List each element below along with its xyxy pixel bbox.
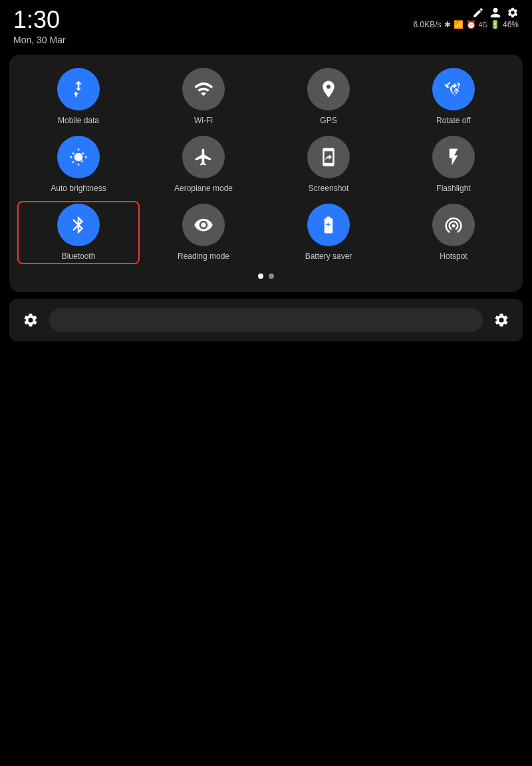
wifi-icon [194,79,213,99]
rotate-off-label: Rotate off [436,116,471,125]
network-speed: 6.0KB/s [414,20,442,29]
mobile-data-icon [68,79,88,99]
flashlight-icon-circle [432,136,475,178]
qs-item-hotspot[interactable]: Hotspot [392,201,515,264]
rotate-off-icon-circle [432,68,475,110]
reading-mode-icon-circle [182,204,225,246]
gps-icon [319,79,338,99]
status-bar: 1:30 Mon, 30 Mar 6.0KB/s ✱ 📶 ⏰ 4G 🔋 46% [0,0,532,49]
wifi-icon-circle [182,68,225,110]
dot-2 [269,274,274,279]
screenshot-icon-circle [307,136,350,178]
aeroplane-mode-icon-circle [182,136,225,178]
hotspot-icon [444,215,464,235]
qs-item-wifi[interactable]: Wi-Fi [142,65,265,128]
qs-item-reading-mode[interactable]: Reading mode [142,201,265,264]
signal-icon: 📶 [454,20,464,29]
status-date: Mon, 30 Mar [13,35,66,45]
bluetooth-icon [68,215,88,235]
gps-icon-circle [307,68,350,110]
qs-item-rotate-off[interactable]: Rotate off [392,65,515,128]
alarm-icon: ⏰ [466,20,476,29]
reading-mode-label: Reading mode [178,252,229,261]
gps-label: GPS [320,116,336,125]
battery-saver-icon [319,215,338,235]
qs-item-bluetooth[interactable]: Bluetooth [17,201,140,264]
qs-item-auto-brightness[interactable]: Auto brightness [17,133,140,196]
bluetooth-icon-circle [57,204,100,246]
flashlight-icon [444,147,464,167]
status-right: 6.0KB/s ✱ 📶 ⏰ 4G 🔋 46% [414,7,519,29]
edit-icon [472,7,484,19]
qs-item-mobile-data[interactable]: Mobile data [17,65,140,128]
qs-item-battery-saver[interactable]: Battery saver [267,201,390,264]
battery-saver-label: Battery saver [305,252,352,261]
bt-icon: ✱ [444,20,451,29]
qs-item-aeroplane-mode[interactable]: Aeroplane mode [142,133,265,196]
settings-icon-left[interactable] [23,312,39,328]
brightness-slider[interactable] [49,308,483,332]
mobile-data-icon-circle [57,68,100,110]
reading-mode-icon [194,215,213,235]
status-time: 1:30 [13,7,66,33]
rotate-off-icon [444,79,464,99]
bluetooth-label: Bluetooth [62,252,96,261]
mobile-data-label: Mobile data [58,116,99,125]
aeroplane-mode-label: Aeroplane mode [174,184,233,193]
battery-icon: 🔋 [490,20,500,29]
screenshot-label: Screenshot [309,184,349,193]
status-info: 6.0KB/s ✱ 📶 ⏰ 4G 🔋 46% [414,20,519,29]
quick-settings-panel: Mobile data Wi-Fi GPS [9,55,523,292]
settings-icon-right[interactable] [493,312,509,328]
auto-brightness-label: Auto brightness [51,184,106,193]
qs-item-gps[interactable]: GPS [267,65,390,128]
hotspot-icon-circle [432,204,475,246]
hotspot-label: Hotspot [440,252,467,261]
battery-saver-icon-circle [307,204,350,246]
auto-brightness-icon-circle [57,136,100,178]
wifi-label: Wi-Fi [194,116,213,125]
battery-percent: 46% [503,20,519,29]
status-icons [472,7,519,19]
bottom-bar [9,299,523,341]
qs-item-flashlight[interactable]: Flashlight [392,133,515,196]
screenshot-icon [319,147,338,167]
flashlight-label: Flashlight [436,184,470,193]
status-left: 1:30 Mon, 30 Mar [13,7,66,45]
4g-icon: 4G [479,21,487,29]
qs-item-screenshot[interactable]: Screenshot [267,133,390,196]
settings-icon-top[interactable] [507,7,519,19]
aeroplane-mode-icon [194,147,213,167]
pagination-dots [17,274,515,279]
account-icon [489,7,501,19]
qs-grid: Mobile data Wi-Fi GPS [17,65,515,264]
auto-brightness-icon [68,147,88,167]
dot-1 [258,274,263,279]
